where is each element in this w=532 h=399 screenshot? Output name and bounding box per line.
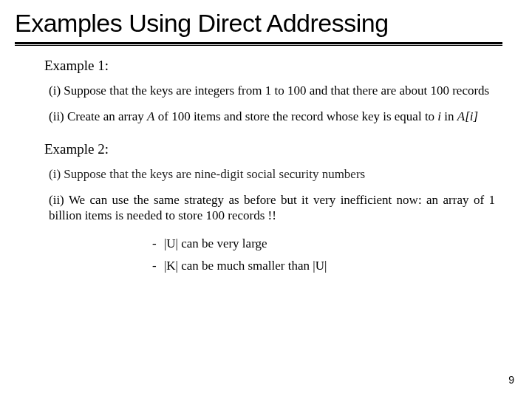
- example-2-sublist: - |U| can be very large - |K| can be muc…: [49, 236, 495, 273]
- example-2-content: (i) Suppose that the keys are nine-digit…: [44, 166, 499, 274]
- var-abs-K: |K|: [164, 259, 178, 273]
- sublist-item-U: - |U| can be very large: [152, 236, 495, 251]
- example-2-item-ii: (ii) We can use the same strategy as bef…: [49, 192, 495, 224]
- text: in: [441, 109, 457, 123]
- example-1-label: Example 1:: [44, 58, 499, 74]
- slide: Examples Using Direct Addressing Example…: [0, 0, 532, 399]
- dash-icon: -: [152, 236, 157, 251]
- var-abs-U-2: |U|: [313, 259, 327, 273]
- var-A: A: [147, 109, 154, 123]
- example-1-content: (i) Suppose that the keys are integers f…: [44, 83, 499, 125]
- example-2-item-i: (i) Suppose that the keys are nine-digit…: [49, 166, 495, 182]
- title-underline: [15, 42, 502, 46]
- dash-icon: -: [152, 259, 157, 273]
- text: of 100 items and store the record whose …: [154, 109, 437, 123]
- var-abs-U: |U|: [164, 236, 178, 250]
- page-number: 9: [508, 374, 514, 386]
- text: (ii) Create an array: [49, 109, 147, 123]
- var-Ai: A[i]: [457, 109, 478, 123]
- example-1-item-i: (i) Suppose that the keys are integers f…: [49, 83, 495, 98]
- text: can be very large: [178, 236, 267, 250]
- sublist-item-K: - |K| can be much smaller than |U|: [152, 259, 495, 273]
- page-title: Examples Using Direct Addressing: [15, 9, 517, 38]
- example-2-label: Example 2:: [44, 141, 499, 157]
- example-1-item-ii: (ii) Create an array A of 100 items and …: [49, 109, 495, 124]
- slide-body: Example 1: (i) Suppose that the keys are…: [15, 47, 517, 273]
- text: can be much smaller than: [178, 259, 313, 273]
